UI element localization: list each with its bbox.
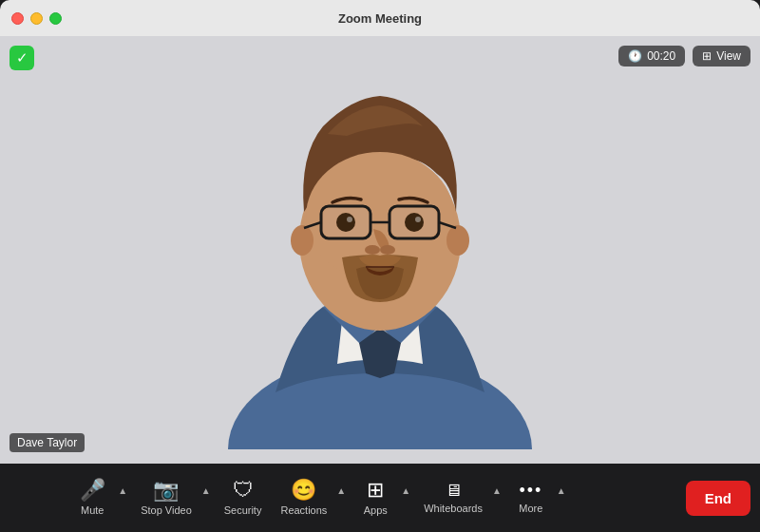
more-icon: ••• — [519, 482, 542, 499]
apps-chevron[interactable]: ▲ — [399, 482, 412, 500]
svg-point-16 — [347, 217, 352, 222]
more-label: More — [519, 503, 542, 514]
reactions-group: 😊 Reactions ▲ — [273, 474, 348, 522]
apps-button[interactable]: ⊞ Apps — [352, 474, 399, 522]
svg-point-15 — [405, 213, 424, 232]
mute-label: Mute — [81, 504, 104, 516]
svg-point-19 — [380, 245, 395, 255]
reactions-icon: 😊 — [291, 480, 316, 501]
minimize-button[interactable] — [30, 12, 43, 25]
participant-name-badge: Dave Taylor — [10, 433, 85, 452]
whiteboard-icon: 🖥 — [445, 482, 462, 499]
svg-point-18 — [365, 245, 380, 255]
top-right-controls: 🕐 00:20 ⊞ View — [618, 46, 750, 66]
reactions-button[interactable]: 😊 Reactions — [273, 474, 334, 522]
more-chevron[interactable]: ▲ — [555, 482, 568, 500]
avatar-svg — [218, 50, 542, 449]
status-badge: ✓ — [10, 46, 34, 70]
whiteboards-button[interactable]: 🖥 Whiteboards — [416, 476, 490, 520]
title-bar: Zoom Meeting — [0, 0, 760, 36]
more-button[interactable]: ••• More — [507, 476, 555, 520]
toolbar: 🎤 Mute ▲ 📷 Stop Video ▲ 🛡 Security 😊 R — [0, 464, 760, 532]
check-icon: ✓ — [16, 49, 28, 66]
microphone-icon: 🎤 — [80, 480, 105, 501]
stop-video-button[interactable]: 📷 Stop Video — [133, 474, 200, 522]
stop-video-label: Stop Video — [141, 504, 192, 516]
mute-chevron[interactable]: ▲ — [116, 482, 129, 500]
clock-icon: 🕐 — [628, 49, 642, 63]
timer-value: 00:20 — [647, 49, 675, 63]
apps-icon: ⊞ — [367, 480, 384, 501]
more-group: ••• More ▲ — [507, 476, 568, 520]
svg-point-6 — [446, 225, 469, 256]
participant-name: Dave Taylor — [17, 436, 77, 449]
video-chevron[interactable]: ▲ — [200, 482, 213, 500]
toolbar-center: 🎤 Mute ▲ 📷 Stop Video ▲ 🛡 Security 😊 R — [10, 474, 627, 522]
end-button[interactable]: End — [686, 481, 750, 516]
svg-point-17 — [415, 217, 421, 222]
apps-group: ⊞ Apps ▲ — [352, 474, 412, 522]
toolbar-right: End — [627, 481, 750, 516]
camera-icon: 📷 — [153, 480, 179, 501]
security-group: 🛡 Security — [217, 474, 270, 522]
shield-icon: 🛡 — [233, 480, 254, 501]
mute-button[interactable]: 🎤 Mute — [68, 474, 116, 522]
meeting-timer: 🕐 00:20 — [618, 46, 685, 66]
svg-point-14 — [336, 213, 355, 232]
traffic-lights — [11, 12, 62, 25]
window-title: Zoom Meeting — [338, 11, 422, 26]
svg-point-5 — [291, 225, 314, 256]
security-label: Security — [224, 504, 262, 516]
view-label: View — [716, 49, 741, 63]
close-button[interactable] — [11, 12, 24, 25]
stop-video-group: 📷 Stop Video ▲ — [133, 474, 213, 522]
mute-group: 🎤 Mute ▲ — [68, 474, 129, 522]
security-button[interactable]: 🛡 Security — [217, 474, 270, 522]
view-button[interactable]: ⊞ View — [693, 46, 750, 66]
apps-label: Apps — [364, 504, 388, 516]
view-icon: ⊞ — [702, 49, 712, 63]
whiteboards-chevron[interactable]: ▲ — [490, 482, 504, 500]
whiteboards-group: 🖥 Whiteboards ▲ — [416, 476, 504, 520]
reactions-label: Reactions — [280, 504, 327, 516]
avatar-video — [0, 36, 760, 464]
whiteboards-label: Whiteboards — [424, 503, 483, 514]
reactions-chevron[interactable]: ▲ — [334, 482, 348, 500]
fullscreen-button[interactable] — [49, 12, 62, 25]
video-area: ✓ — [0, 36, 760, 464]
